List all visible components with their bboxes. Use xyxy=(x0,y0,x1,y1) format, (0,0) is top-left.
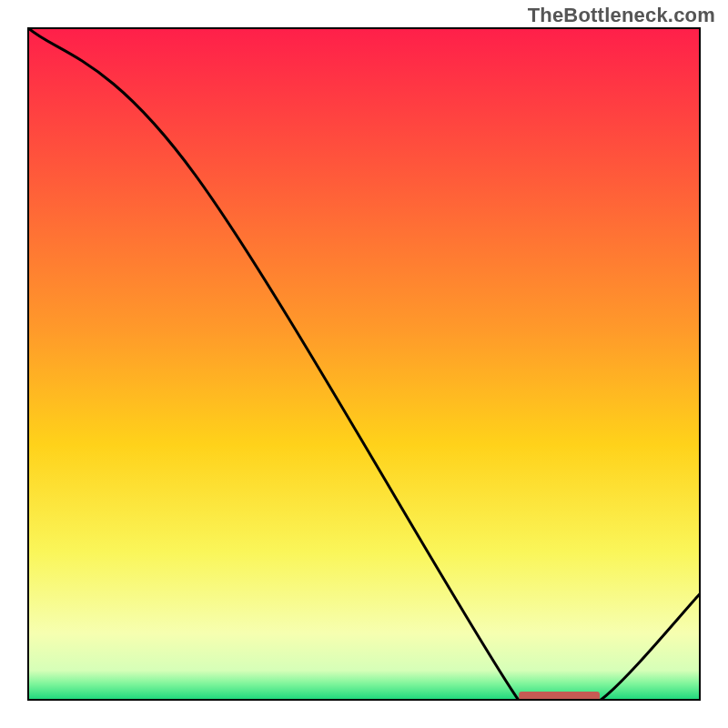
watermark-text: TheBottleneck.com xyxy=(528,4,715,27)
chart-container: TheBottleneck.com xyxy=(0,0,728,728)
gradient-background xyxy=(27,27,701,701)
chart-svg xyxy=(27,27,701,701)
plot-area xyxy=(27,27,701,701)
